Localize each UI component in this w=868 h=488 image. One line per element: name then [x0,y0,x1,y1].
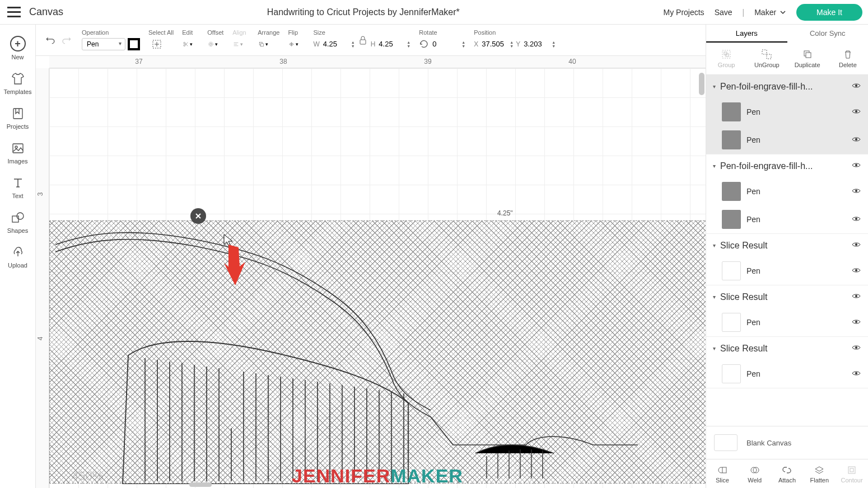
projects-button[interactable]: Projects [0,101,35,135]
templates-button[interactable]: Templates [0,66,35,101]
flatten-button[interactable]: Flatten [803,459,836,488]
redo-button[interactable] [60,34,73,47]
eye-icon [851,265,861,275]
pos-y-input[interactable] [522,40,550,48]
images-button[interactable]: Images [0,135,35,170]
visibility-toggle[interactable] [851,81,861,92]
layer-group-header[interactable]: ▾Pen-foil-engrave-fill-h... [706,75,868,98]
caret-down-icon: ▾ [713,83,716,90]
arrange-button[interactable]: ▾ [258,36,274,53]
layer-child[interactable]: Pen [706,360,868,388]
layer-group-header[interactable]: ▾Slice Result [706,337,868,360]
ruler-tick: 38 [279,58,287,65]
delete-button[interactable]: Delete [828,43,868,74]
ungroup-button[interactable]: UnGroup [746,43,787,74]
visibility-toggle[interactable] [851,160,861,172]
slice-button[interactable]: Slice [706,459,739,488]
select-all-label: Select All [148,29,174,36]
edit-button[interactable]: ▾ [182,36,199,53]
size-lock-button[interactable] [357,35,368,53]
undo-button[interactable] [44,34,58,47]
layer-child[interactable]: Pen [706,98,868,126]
annotation-arrow-icon [223,242,251,287]
undo-redo-group [44,33,73,48]
project-title[interactable]: Handwriting to Cricut Projects by Jennif… [63,7,663,17]
height-input[interactable] [377,40,405,48]
color-swatch[interactable] [128,38,140,50]
attach-button[interactable]: Attach [771,459,804,488]
offset-button[interactable]: ▾ [207,36,224,53]
v-scrollbar-thumb[interactable] [699,73,704,95]
layer-group-header[interactable]: ▾Slice Result [706,234,868,257]
make-it-button[interactable]: Make It [796,4,862,21]
svg-point-6 [184,42,185,44]
layer-group-header[interactable]: ▾Slice Result [706,285,868,308]
h-scrollbar-thumb[interactable] [189,482,212,487]
tab-colorsync[interactable]: Color Sync [787,25,869,43]
ruler-vertical: 3 4 [36,68,49,488]
eye-icon [851,134,861,144]
my-projects-link[interactable]: My Projects [664,8,704,17]
height-stepper[interactable]: ▲▼ [407,40,410,48]
layer-type-label: Pen [746,318,846,327]
pos-x-input[interactable] [480,40,508,48]
rotate-stepper[interactable]: ▲▼ [461,40,465,48]
dimension-label: 4.25" [497,209,513,217]
canvas-area: 37 38 39 40 3 4 [36,56,706,488]
duplicate-icon [802,49,813,60]
rotate-input[interactable] [431,40,459,48]
menu-icon[interactable] [6,4,22,21]
flip-button[interactable]: ▾ [288,36,305,53]
visibility-toggle[interactable] [851,240,861,251]
weld-button[interactable]: Weld [739,459,771,488]
layer-child[interactable]: Pen [706,177,868,205]
text-button[interactable]: Text [0,170,35,205]
deselect-button[interactable] [190,208,206,224]
select-all-button[interactable] [148,36,165,53]
layers-list[interactable]: ▾Pen-foil-engrave-fill-h...PenPen▾Pen-fo… [706,75,868,426]
trash-icon [842,49,853,60]
svg-rect-19 [806,53,811,58]
visibility-toggle[interactable] [851,134,861,146]
visibility-toggle[interactable] [851,106,861,118]
operation-select[interactable]: Pen [82,38,125,50]
visibility-toggle[interactable] [851,186,861,198]
save-link[interactable]: Save [715,8,732,17]
rotate-group: Rotate ▲▼ [419,29,465,51]
duplicate-button[interactable]: Duplicate [787,43,828,74]
shapes-button[interactable]: Shapes [0,205,35,240]
svg-point-28 [855,295,857,297]
visibility-toggle[interactable] [851,368,861,380]
eye-icon [851,368,861,378]
machine-selector[interactable]: Maker [754,8,786,17]
visibility-toggle[interactable] [851,214,861,226]
layer-actions: Group UnGroup Duplicate Delete [706,43,868,75]
new-button[interactable]: + New [0,30,35,66]
selected-object[interactable] [49,220,706,484]
layer-child[interactable]: Pen [706,126,868,154]
visibility-toggle[interactable] [851,265,861,277]
pos-x-stepper[interactable]: ▲▼ [510,40,514,48]
arrange-label: Arrange [258,29,279,36]
layer-type-label: Pen [746,107,846,116]
edit-group: Edit ▾ [182,29,199,51]
height-letter: H [371,40,376,48]
visibility-toggle[interactable] [851,291,861,303]
offset-group: Offset ▾ [207,29,224,51]
layer-child[interactable]: Pen [706,257,868,285]
layer-group-header[interactable]: ▾Pen-foil-engrave-fill-h... [706,154,868,177]
blank-canvas-row[interactable]: Blank Canvas [706,426,868,459]
eye-icon [851,291,861,301]
templates-label: Templates [3,88,31,95]
width-input[interactable] [322,40,350,48]
upload-button[interactable]: Upload [0,240,35,274]
tab-layers[interactable]: Layers [706,25,787,43]
visibility-toggle[interactable] [851,317,861,329]
layer-child[interactable]: Pen [706,308,868,336]
visibility-toggle[interactable] [851,342,861,354]
svg-point-9 [210,43,212,45]
canvas-inner[interactable]: 4.25" 450% JENNIFERMAKER [49,68,706,488]
width-stepper[interactable]: ▲▼ [351,40,355,48]
layer-child[interactable]: Pen [706,205,868,233]
pos-y-stepper[interactable]: ▲▼ [552,40,556,48]
